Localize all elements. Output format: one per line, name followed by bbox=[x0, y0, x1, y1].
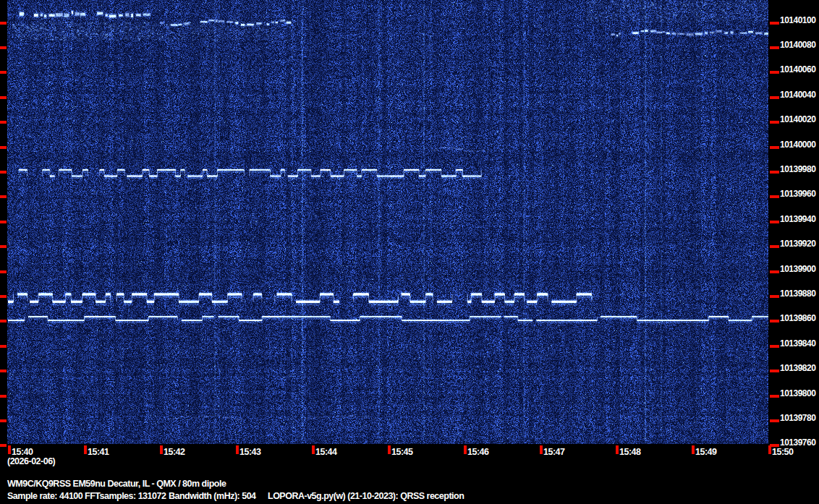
freq-tick-left bbox=[0, 370, 7, 372]
time-tick bbox=[464, 445, 467, 454]
freq-label: 10139960 bbox=[780, 189, 815, 199]
spectrogram-canvas bbox=[7, 0, 768, 444]
freq-label: 10139880 bbox=[780, 289, 815, 299]
freq-tick-right bbox=[770, 295, 779, 298]
time-label: 15:50 bbox=[772, 447, 793, 457]
time-label: 15:43 bbox=[239, 447, 260, 457]
freq-tick-right bbox=[770, 71, 779, 74]
freq-tick-left bbox=[0, 22, 7, 25]
time-label: 15:44 bbox=[315, 447, 336, 457]
freq-tick-right bbox=[770, 395, 779, 398]
time-tick bbox=[236, 445, 239, 454]
time-tick bbox=[616, 445, 619, 454]
freq-label: 10139800 bbox=[780, 388, 815, 398]
freq-tick-left bbox=[0, 444, 7, 447]
freq-tick-left bbox=[0, 221, 7, 223]
freq-label: 10140080 bbox=[780, 40, 815, 50]
freq-tick-left bbox=[0, 345, 7, 348]
time-label: 15:47 bbox=[543, 447, 564, 457]
freq-tick-left bbox=[0, 171, 7, 174]
qrss-grabber-screen: 1014010010140080101400601014004010140020… bbox=[0, 0, 819, 504]
time-label: 15:46 bbox=[467, 447, 488, 457]
freq-tick-right bbox=[770, 171, 779, 174]
time-tick bbox=[540, 445, 543, 454]
freq-tick-right bbox=[770, 146, 779, 149]
time-label: 15:40 bbox=[12, 447, 33, 457]
freq-tick-left bbox=[0, 96, 7, 99]
freq-tick-left bbox=[0, 245, 7, 248]
time-label: 15:42 bbox=[164, 447, 184, 457]
time-label: 15:48 bbox=[619, 447, 640, 457]
freq-label: 10140100 bbox=[780, 15, 815, 25]
freq-tick-left bbox=[0, 395, 7, 398]
time-tick bbox=[8, 445, 11, 454]
software-version-label: LOPORA-v5g.py(w) (21-10-2023): QRSS rece… bbox=[268, 491, 464, 501]
station-info-line: WM9C/KQ9RSS EM59nu Decatur, IL - QMX / 8… bbox=[7, 479, 226, 489]
time-label: 15:49 bbox=[695, 447, 716, 457]
time-label: 15:45 bbox=[391, 447, 412, 457]
freq-label: 10139900 bbox=[780, 264, 815, 274]
freq-label: 10139840 bbox=[780, 338, 815, 349]
freq-label: 10139760 bbox=[780, 437, 815, 448]
freq-tick-right bbox=[770, 270, 779, 273]
freq-tick-right bbox=[770, 96, 779, 99]
freq-tick-left bbox=[0, 195, 7, 198]
date-label: (2026-02-06) bbox=[7, 456, 55, 466]
freq-tick-right bbox=[770, 221, 779, 223]
sample-rate-label: Sample rate: 44100 bbox=[7, 491, 82, 501]
freq-label: 10139940 bbox=[780, 214, 815, 224]
freq-label: 10140020 bbox=[780, 114, 815, 124]
bandwidth-label: Bandwidth (mHz): 504 bbox=[169, 491, 256, 501]
time-tick bbox=[768, 445, 771, 454]
freq-tick-right bbox=[770, 345, 779, 348]
freq-label: 10139980 bbox=[780, 164, 815, 174]
freq-label: 10140000 bbox=[780, 140, 815, 150]
time-tick bbox=[388, 445, 391, 454]
freq-tick-right bbox=[770, 121, 779, 124]
freq-label: 10139920 bbox=[780, 239, 815, 249]
freq-label: 10140040 bbox=[780, 90, 815, 100]
time-label: 15:41 bbox=[88, 447, 109, 457]
fft-samples-label: FFTsamples: 131072 bbox=[85, 491, 166, 501]
freq-label: 10139820 bbox=[780, 363, 815, 373]
freq-tick-right bbox=[770, 370, 779, 372]
freq-tick-right bbox=[770, 46, 779, 49]
freq-tick-right bbox=[770, 320, 779, 323]
freq-label: 10139860 bbox=[780, 313, 815, 323]
freq-tick-left bbox=[0, 295, 7, 298]
freq-tick-left bbox=[0, 146, 7, 149]
freq-tick-left bbox=[0, 320, 7, 323]
time-tick bbox=[160, 445, 163, 454]
time-tick bbox=[692, 445, 695, 454]
freq-label: 10139780 bbox=[780, 413, 815, 423]
time-tick bbox=[84, 445, 87, 454]
freq-tick-left bbox=[0, 71, 7, 74]
freq-tick-left bbox=[0, 270, 7, 273]
freq-tick-left bbox=[0, 121, 7, 124]
freq-tick-right bbox=[770, 245, 779, 248]
freq-tick-right bbox=[770, 419, 779, 422]
time-tick bbox=[312, 445, 315, 454]
freq-tick-left bbox=[0, 46, 7, 49]
freq-label: 10140060 bbox=[780, 64, 815, 74]
freq-tick-left bbox=[0, 419, 7, 422]
freq-tick-right bbox=[770, 195, 779, 198]
freq-tick-right bbox=[770, 22, 779, 25]
